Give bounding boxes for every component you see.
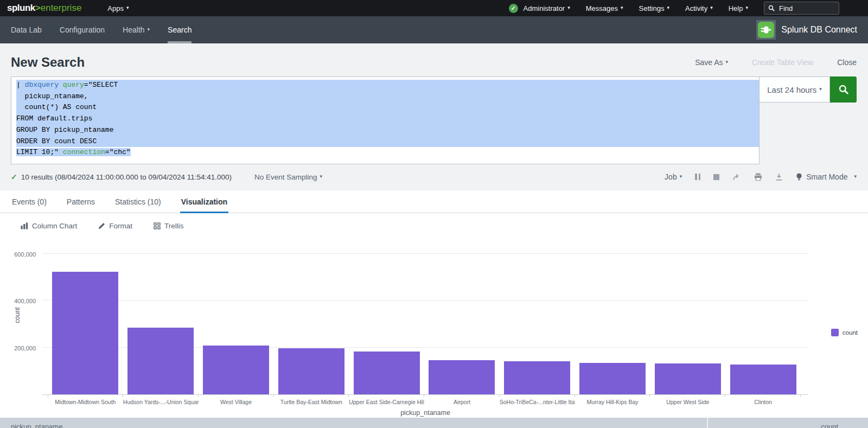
legend-swatch <box>831 329 839 336</box>
chevron-down-icon: ▾ <box>726 59 729 65</box>
settings-menu-label: Settings <box>639 4 665 12</box>
search-mode-label: Smart Mode <box>806 173 847 181</box>
trellis-button[interactable]: Trellis <box>154 222 184 230</box>
app-title: Splunk DB Connect <box>781 25 857 35</box>
event-sampling-menu[interactable]: No Event Sampling ▾ <box>254 173 322 181</box>
bar-soho-tribeca-nter-little-italy[interactable] <box>504 361 570 394</box>
tab-visualization[interactable]: Visualization <box>180 190 228 213</box>
viz-toolbar: Column Chart Format Trellis <box>0 213 868 238</box>
chevron-down-icon: ▾ <box>667 5 669 10</box>
save-as-label: Save As <box>695 58 723 67</box>
bar-hudson-yards-union-square[interactable] <box>127 328 194 394</box>
app-nav-search[interactable]: Search <box>168 16 192 43</box>
search-icon <box>768 5 775 11</box>
search-bar: | dbxquery query="SELECT pickup_ntaname,… <box>11 76 857 164</box>
splunk-logo[interactable]: splunk>enterprise <box>7 3 81 14</box>
app-nav: Data LabConfigurationHealth▾Search <box>0 16 209 43</box>
legend-label: count <box>843 329 858 336</box>
bar-slot <box>500 361 575 394</box>
app-bar: Data LabConfigurationHealth▾Search Splun… <box>0 16 868 43</box>
bar-slot <box>48 272 123 394</box>
chevron-down-icon: ▾ <box>148 27 150 32</box>
stop-button[interactable] <box>713 174 719 180</box>
bar-upper-east-side-carnegie-hill[interactable] <box>354 352 420 394</box>
pause-button[interactable] <box>695 174 700 180</box>
bar-airport[interactable] <box>429 360 495 394</box>
close-button[interactable]: Close <box>837 58 857 67</box>
settings-menu[interactable]: Settings ▾ <box>639 4 670 12</box>
format-label: Format <box>109 222 132 230</box>
export-button[interactable] <box>775 173 783 181</box>
statistics-table-header: pickup_ntaname count <box>0 418 868 428</box>
app-identity[interactable]: Splunk DB Connect <box>756 16 868 43</box>
print-button[interactable] <box>754 173 762 181</box>
query-selection: LIMIT 10;" connection="chc" <box>16 148 131 156</box>
share-icon <box>732 174 741 181</box>
x-tick-label: Turtle Bay-East Midtown <box>273 395 349 405</box>
chevron-down-icon: ▾ <box>819 86 822 92</box>
chart-legend[interactable]: count <box>831 329 858 336</box>
search-icon <box>838 84 849 95</box>
bar-midtown-midtown-south[interactable] <box>52 272 118 394</box>
stop-icon <box>713 174 719 180</box>
tab-statistics-10[interactable]: Statistics (10) <box>114 190 162 213</box>
format-button[interactable]: Format <box>98 222 132 230</box>
column-header-count[interactable]: count <box>707 418 868 428</box>
time-range-picker[interactable]: Last 24 hours ▾ <box>760 76 830 103</box>
y-tick-label: 600,000 <box>1 251 36 258</box>
query-line: count(*) AS count <box>16 102 759 113</box>
health-check-icon[interactable]: ✓ <box>509 4 518 13</box>
x-tick-label: Airport <box>424 395 500 405</box>
activity-menu[interactable]: Activity ▾ <box>685 4 713 12</box>
chevron-down-icon: ▾ <box>680 174 682 179</box>
job-menu-label: Job <box>665 173 677 181</box>
search-button[interactable] <box>830 76 857 103</box>
apps-menu[interactable]: Apps ▾ <box>107 4 129 12</box>
messages-menu[interactable]: Messages ▾ <box>586 4 623 12</box>
page-header-row: New Search Save As ▾ Create Table View C… <box>11 50 857 74</box>
app-nav-data-lab[interactable]: Data Lab <box>11 16 42 43</box>
create-table-view-button[interactable]: Create Table View <box>752 58 813 67</box>
download-icon <box>775 173 783 181</box>
bar-clinton[interactable] <box>730 365 796 394</box>
x-tick-label: Upper East Side-Carnegie Hill <box>349 395 424 405</box>
page-title: New Search <box>11 55 85 70</box>
chart-type-button[interactable]: Column Chart <box>21 222 77 230</box>
query-line: ORDER BY count DESC <box>16 136 759 148</box>
app-nav-health[interactable]: Health▾ <box>123 16 150 43</box>
bar-upper-west-side[interactable] <box>655 363 721 394</box>
results-bar: ✓ 10 results (08/04/2024 11:00:00.000 to… <box>11 171 857 190</box>
query-line: FROM default.trips <box>16 113 759 125</box>
bar-turtle-bay-east-midtown[interactable] <box>278 348 344 394</box>
share-button[interactable] <box>732 174 741 181</box>
tab-events-0[interactable]: Events (0) <box>11 190 48 213</box>
administrator-menu[interactable]: Administrator ▾ <box>524 4 570 12</box>
logo-separator: > <box>35 3 41 14</box>
bar-west-village[interactable] <box>203 346 269 394</box>
pencil-icon <box>98 222 105 229</box>
find-input[interactable] <box>778 4 824 13</box>
bar-murray-hill-kips-bay[interactable] <box>579 363 646 394</box>
event-sampling-label: No Event Sampling <box>254 173 317 181</box>
column-header-pickup-ntaname[interactable]: pickup_ntaname <box>0 418 707 428</box>
print-icon <box>754 173 762 181</box>
x-tick-label: West Village <box>199 395 274 405</box>
job-actions: Job ▾ <box>665 173 857 181</box>
save-as-button[interactable]: Save As ▾ <box>695 58 728 67</box>
chevron-down-icon: ▾ <box>621 5 623 10</box>
bar-slot <box>273 348 349 394</box>
search-mode-selector[interactable]: Smart Mode ▾ <box>796 173 857 181</box>
y-tick-label: 200,000 <box>1 345 36 352</box>
search-query-input[interactable]: | dbxquery query="SELECT pickup_ntaname,… <box>11 76 760 164</box>
help-menu[interactable]: Help ▾ <box>729 4 748 12</box>
query-line: GROUP BY pickup_ntaname <box>16 125 759 136</box>
job-menu[interactable]: Job ▾ <box>665 173 682 181</box>
find-search-box[interactable] <box>764 2 839 15</box>
bar-slot <box>424 360 500 394</box>
tab-patterns[interactable]: Patterns <box>66 190 96 213</box>
x-tick-label: Clinton <box>725 395 801 405</box>
chevron-down-icon: ▾ <box>854 174 857 179</box>
app-nav-configuration[interactable]: Configuration <box>60 16 105 43</box>
administrator-menu-label: Administrator <box>524 4 565 12</box>
bar-slot <box>349 352 424 394</box>
